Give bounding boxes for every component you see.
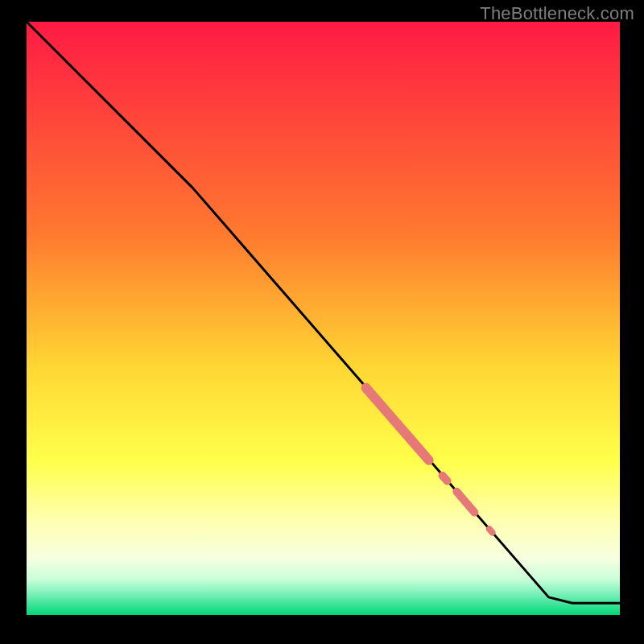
highlight-dot-b	[443, 476, 448, 481]
highlight-dot-d	[489, 529, 493, 532]
chart-frame: TheBottleneck.com	[0, 0, 644, 644]
chart-svg	[0, 0, 644, 644]
